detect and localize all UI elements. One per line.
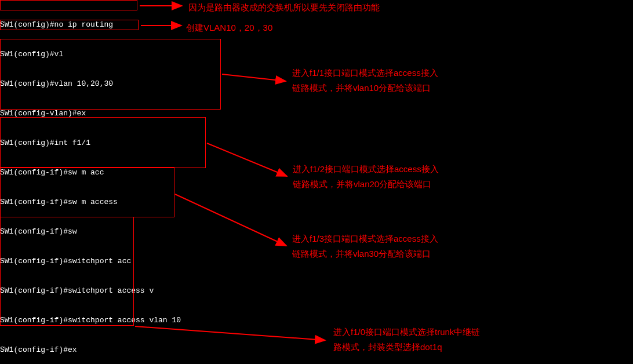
terminal-line: SW1(config-if)#ex bbox=[0, 345, 339, 355]
terminal-line: SW1(config-if)#sw m access bbox=[0, 197, 339, 207]
annotation-6: 进入f1/0接口端口模式选择trunk中继链 路模式，封装类型选择dot1q bbox=[333, 325, 480, 355]
terminal-output: SW1(config)#no ip routing SW1(config)#vl… bbox=[0, 0, 339, 364]
terminal-line: SW1(config-if)#switchport access v bbox=[0, 286, 339, 296]
terminal-line: SW1(config-if)#switchport access vlan 10 bbox=[0, 315, 339, 325]
terminal-line: SW1(config)#vlan 10,20,30 bbox=[0, 79, 339, 89]
terminal-line: SW1(config-if)#sw bbox=[0, 227, 339, 236]
terminal-line: SW1(config-vlan)#ex bbox=[0, 108, 339, 118]
terminal-line: SW1(config-if)#switchport acc bbox=[0, 256, 339, 266]
terminal-line: SW1(config)#no ip routing bbox=[0, 20, 339, 30]
terminal-line: SW1(config-if)#sw m acc bbox=[0, 168, 339, 177]
terminal-line: SW1(config)#vl bbox=[0, 49, 339, 59]
terminal-line: SW1(config)#int f1/1 bbox=[0, 138, 339, 148]
